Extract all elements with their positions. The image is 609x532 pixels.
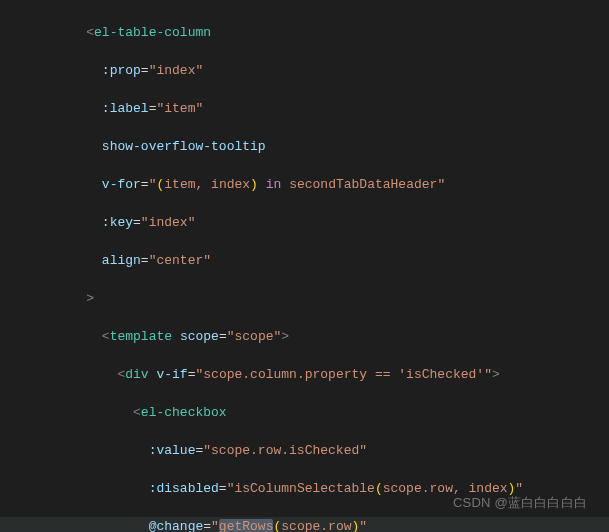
code-line: :label="item" [0,99,609,118]
code-line: <el-checkbox [0,403,609,422]
code-line: <template scope="scope"> [0,327,609,346]
code-line: :key="index" [0,213,609,232]
code-editor[interactable]: <el-table-column :prop="index" :label="i… [0,0,609,532]
code-line: <div v-if="scope.column.property == 'isC… [0,365,609,384]
code-line: :value="scope.row.isChecked" [0,441,609,460]
code-line: v-for="(item, index) in secondTabDataHea… [0,175,609,194]
watermark-text: CSDN @蓝白白白白白 [453,493,587,512]
highlighted-token: getRows [219,519,274,532]
code-line: show-overflow-tooltip [0,137,609,156]
code-line: align="center" [0,251,609,270]
code-line: > [0,289,609,308]
code-line: <el-table-column [0,23,609,42]
code-line-highlighted: @change="getRows(scope.row)" [0,517,609,532]
code-line: :prop="index" [0,61,609,80]
